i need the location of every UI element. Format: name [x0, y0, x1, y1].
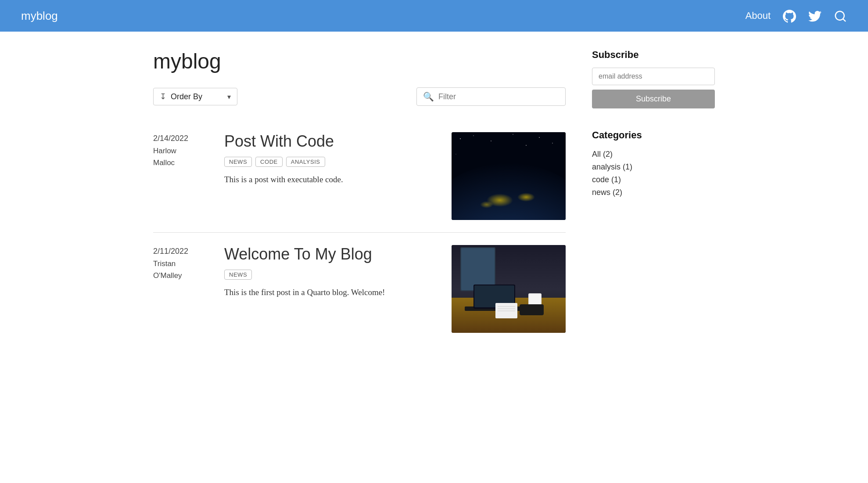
category-list: All (2) analysis (1) code (1) news (2) [592, 148, 715, 199]
svg-point-11 [517, 193, 535, 202]
categories-heading: Categories [592, 130, 715, 141]
category-item-analysis[interactable]: analysis (1) [592, 161, 715, 173]
github-icon[interactable] [783, 9, 796, 23]
svg-point-1 [460, 138, 461, 139]
sidebar: Subscribe Subscribe Categories All (2) a… [592, 49, 715, 345]
svg-point-9 [452, 163, 566, 220]
post-author-line1-1: Harlow [153, 145, 210, 157]
post-item-2: 2/11/2022 Tristan O'Malley Welcome To My… [153, 233, 566, 345]
post-title-1[interactable]: Post With Code [224, 132, 438, 151]
toolbar: ↧ Order By Date - Oldest Date - Newest T… [153, 87, 566, 106]
twitter-icon[interactable] [808, 9, 821, 23]
filter-search-icon: 🔍 [423, 91, 434, 102]
post-excerpt-2: This is the first post in a Quarto blog.… [224, 286, 438, 299]
filter-wrapper[interactable]: 🔍 [416, 87, 566, 106]
svg-point-2 [473, 135, 474, 136]
svg-point-4 [513, 134, 513, 134]
subscribe-button[interactable]: Subscribe [592, 90, 715, 108]
svg-point-6 [552, 143, 553, 144]
post-image-2 [452, 245, 566, 333]
svg-rect-15 [461, 248, 495, 290]
post-image-desk [452, 245, 566, 333]
page-container: myblog ↧ Order By Date - Oldest Date - N… [127, 32, 741, 363]
categories-section: Categories All (2) analysis (1) code (1)… [592, 130, 715, 199]
post-excerpt-1: This is a post with executable code. [224, 173, 438, 186]
category-item-code[interactable]: code (1) [592, 173, 715, 186]
sort-icon: ↧ [160, 92, 166, 101]
main-content: myblog ↧ Order By Date - Oldest Date - N… [153, 49, 566, 345]
nav-search-icon[interactable] [834, 9, 847, 23]
category-item-news[interactable]: news (2) [592, 186, 715, 199]
svg-point-8 [526, 145, 527, 146]
post-author-line2-1: Malloc [153, 157, 210, 169]
order-by-select[interactable]: Order By Date - Oldest Date - Newest Tit… [171, 92, 232, 101]
post-image-earth [452, 132, 566, 220]
svg-point-7 [456, 154, 456, 154]
post-date-1: 2/14/2022 [153, 132, 210, 145]
post-body-2: Welcome To My Blog NEWS This is the firs… [224, 245, 438, 299]
post-tags-1: NEWS CODE ANALYSIS [224, 157, 438, 167]
post-tag-news[interactable]: NEWS [224, 157, 252, 167]
svg-point-12 [480, 201, 493, 208]
svg-point-3 [491, 141, 491, 141]
post-meta-2: 2/11/2022 Tristan O'Malley [153, 245, 210, 281]
order-by-wrapper[interactable]: ↧ Order By Date - Oldest Date - Newest T… [153, 88, 237, 105]
subscribe-heading: Subscribe [592, 49, 715, 61]
category-item-all[interactable]: All (2) [592, 148, 715, 161]
post-author-line1-2: Tristan [153, 258, 210, 270]
post-tag-analysis[interactable]: ANALYSIS [286, 157, 325, 167]
post-image-1 [452, 132, 566, 220]
post-date-2: 2/11/2022 [153, 245, 210, 258]
post-title-2[interactable]: Welcome To My Blog [224, 245, 438, 263]
post-tag-code[interactable]: CODE [255, 157, 283, 167]
navbar: myblog About [0, 0, 868, 32]
filter-input[interactable] [438, 92, 559, 101]
nav-brand[interactable]: myblog [21, 9, 746, 23]
post-body-1: Post With Code NEWS CODE ANALYSIS This i… [224, 132, 438, 186]
post-item-1: 2/14/2022 Harlow Malloc Post With Code N… [153, 120, 566, 232]
subscribe-section: Subscribe Subscribe [592, 49, 715, 108]
post-author-line2-2: O'Malley [153, 270, 210, 281]
page-title: myblog [153, 49, 566, 73]
post-meta-1: 2/14/2022 Harlow Malloc [153, 132, 210, 169]
svg-point-5 [539, 137, 540, 138]
post-tag-news-2[interactable]: NEWS [224, 270, 252, 280]
nav-link-about[interactable]: About [746, 10, 771, 22]
svg-rect-22 [520, 304, 544, 315]
nav-links: About [746, 9, 847, 23]
post-tags-2: NEWS [224, 270, 438, 280]
email-input[interactable] [592, 68, 715, 85]
